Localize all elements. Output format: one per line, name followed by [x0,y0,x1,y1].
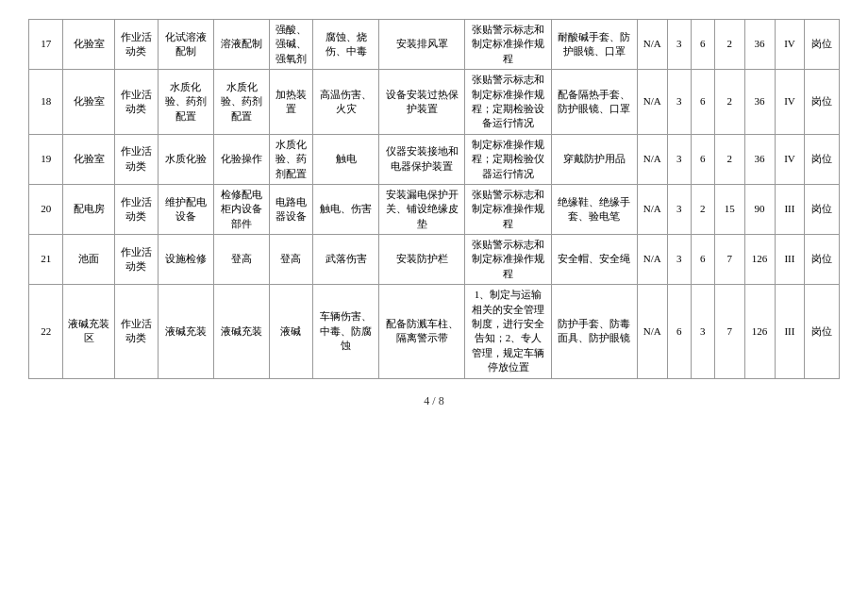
row-number: 18 [29,70,63,135]
row-L: N/A [637,20,667,70]
row-hazard: 加热装置 [270,70,313,135]
row-prot-measure: 耐酸碱手套、防护眼镜、口罩 [551,20,637,70]
row-E: 3 [667,235,691,285]
table-row: 19化验室作业活动类水质化验化验操作水质化验、药剂配置触电仪器安装接地和电器保护… [29,134,840,184]
table-row: 21池面作业活动类设施检修登高登高武落伤害安装防护栏张贴警示标志和制定标准操作规… [29,235,840,285]
row-level: III [775,285,805,378]
row-E: 3 [667,184,691,234]
row-activity: 液碱充装 [213,285,269,378]
table-row: 18化验室作业活动类水质化验、药剂配置水质化验、药剂配置加热装置高温伤害、火灾设… [29,70,840,135]
row-resp: 岗位 [805,20,840,70]
row-resp: 岗位 [805,70,840,135]
row-number: 22 [29,285,63,378]
row-D-val: 2 [714,20,744,70]
row-D-val: 2 [714,134,744,184]
row-eng-measure: 安装漏电保护开关、铺设绝缘皮垫 [379,184,465,234]
row-resp: 岗位 [805,285,840,378]
row-C: 2 [691,184,714,234]
row-activity: 检修配电柜内设备部件 [213,184,269,234]
row-hazard: 电路电器设备 [270,184,313,234]
row-resp: 岗位 [805,134,840,184]
row-dept: 化验室 [63,20,115,70]
row-hazard: 液碱 [270,285,313,378]
row-dept: 配电房 [63,184,115,234]
row-mgmt-measure: 张贴警示标志和制定标准操作规程 [465,20,551,70]
page-number: 4 / 8 [424,394,443,407]
row-risk-desc: 高温伤害、火灾 [312,70,379,135]
row-C: 6 [691,70,714,135]
row-activity: 化验操作 [213,134,269,184]
row-C: 6 [691,134,714,184]
row-activity: 水质化验、药剂配置 [213,70,269,135]
row-L: N/A [637,235,667,285]
row-eng-measure: 安装防护栏 [379,235,465,285]
table-row: 22液碱充装区作业活动类液碱充装液碱充装液碱车辆伤害、中毒、防腐蚀配备防溅车柱、… [29,285,840,378]
row-risk-desc: 武落伤害 [312,235,379,285]
row-hazard: 登高 [270,235,313,285]
row-number: 17 [29,20,63,70]
row-type: 作业活动类 [115,184,159,234]
row-resp: 岗位 [805,235,840,285]
row-work: 化试溶液配制 [158,20,213,70]
row-level: IV [775,20,805,70]
row-level: IV [775,134,805,184]
row-prot-measure: 配备隔热手套、防护眼镜、口罩 [551,70,637,135]
row-type: 作业活动类 [115,70,159,135]
row-eng-measure: 配备防溅车柱、隔离警示带 [379,285,465,378]
row-type: 作业活动类 [115,20,159,70]
table-row: 17化验室作业活动类化试溶液配制溶液配制强酸、强碱、强氧剂腐蚀、烧伤、中毒安装排… [29,20,840,70]
row-C: 6 [691,20,714,70]
row-D: 90 [744,184,775,234]
row-number: 19 [29,134,63,184]
row-L: N/A [637,285,667,378]
row-D: 36 [744,134,775,184]
row-dept: 化验室 [63,134,115,184]
row-work: 水质化验 [158,134,213,184]
row-E: 3 [667,70,691,135]
row-hazard: 水质化验、药剂配置 [270,134,313,184]
row-mgmt-measure: 张贴警示标志和制定标准操作规程 [465,235,551,285]
row-prot-measure: 防护手套、防毒面具、防护眼镜 [551,285,637,378]
row-eng-measure: 设备安装过热保护装置 [379,70,465,135]
row-level: III [775,184,805,234]
row-mgmt-measure: 1、制定与运输相关的安全管理制度，进行安全告知；2、专人管理，规定车辆停放位置 [465,285,551,378]
row-L: N/A [637,70,667,135]
row-activity: 溶液配制 [213,20,269,70]
row-number: 20 [29,184,63,234]
row-D: 126 [744,235,775,285]
row-mgmt-measure: 张贴警示标志和制定标准操作规程 [465,184,551,234]
row-C: 6 [691,235,714,285]
row-eng-measure: 安装排风罩 [379,20,465,70]
row-D-val: 7 [714,285,744,378]
row-level: III [775,235,805,285]
page-footer: 4 / 8 [28,394,840,408]
row-type: 作业活动类 [115,285,159,378]
row-work: 水质化验、药剂配置 [158,70,213,135]
row-D: 36 [744,20,775,70]
row-risk-desc: 车辆伤害、中毒、防腐蚀 [312,285,379,378]
row-D: 36 [744,70,775,135]
row-mgmt-measure: 制定标准操作规程；定期检验仪器运行情况 [465,134,551,184]
row-D-val: 15 [714,184,744,234]
row-E: 3 [667,20,691,70]
row-E: 3 [667,134,691,184]
row-work: 设施检修 [158,235,213,285]
table-row: 20配电房作业活动类维护配电设备检修配电柜内设备部件电路电器设备触电、伤害安装漏… [29,184,840,234]
row-prot-measure: 安全帽、安全绳 [551,235,637,285]
row-mgmt-measure: 张贴警示标志和制定标准操作规程；定期检验设备运行情况 [465,70,551,135]
row-activity: 登高 [213,235,269,285]
row-work: 维护配电设备 [158,184,213,234]
row-resp: 岗位 [805,184,840,234]
row-D: 126 [744,285,775,378]
row-prot-measure: 穿戴防护用品 [551,134,637,184]
row-dept: 池面 [63,235,115,285]
main-table: 17化验室作业活动类化试溶液配制溶液配制强酸、强碱、强氧剂腐蚀、烧伤、中毒安装排… [28,19,840,379]
row-risk-desc: 触电、伤害 [312,184,379,234]
row-risk-desc: 触电 [312,134,379,184]
row-D-val: 7 [714,235,744,285]
row-D-val: 2 [714,70,744,135]
row-eng-measure: 仪器安装接地和电器保护装置 [379,134,465,184]
row-C: 3 [691,285,714,378]
row-risk-desc: 腐蚀、烧伤、中毒 [312,20,379,70]
row-L: N/A [637,184,667,234]
